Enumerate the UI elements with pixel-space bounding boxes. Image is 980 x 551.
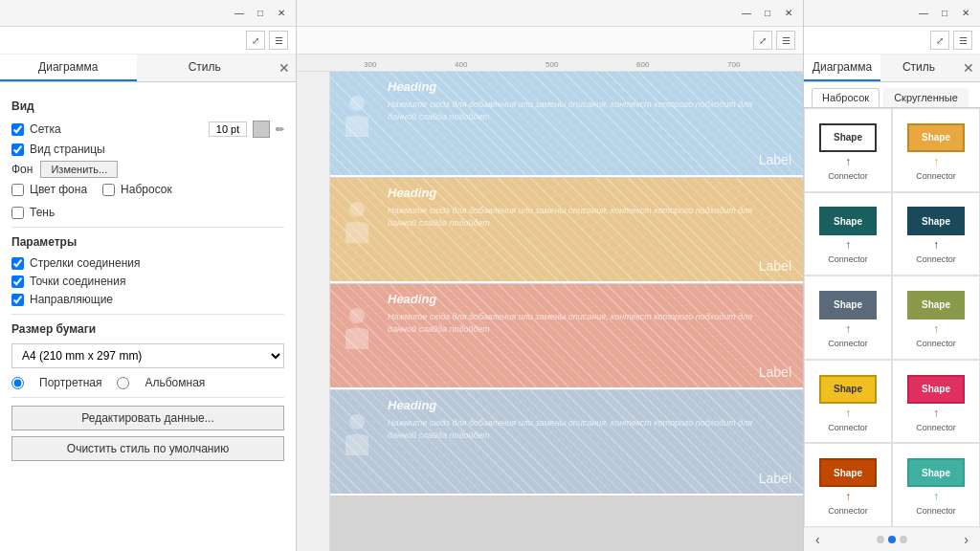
nabrosok-row: Набросок [102, 183, 172, 196]
tab-style[interactable]: Стиль [137, 55, 274, 81]
naprav-row: Направляющие [11, 293, 284, 306]
portrait-radio[interactable] [11, 377, 24, 389]
naprav-checkbox[interactable] [11, 294, 24, 306]
left-panel-tabs: Диаграмма Стиль ✕ [0, 55, 296, 82]
edit-data-button[interactable]: Редактировать данные... [11, 406, 284, 430]
shape-cell-3[interactable]: Shape ↑ Connector [892, 192, 980, 276]
right-tabs: Диаграмма Стиль ✕ [804, 55, 980, 82]
shape-box-2: Shape [819, 207, 877, 235]
shape-cell-5[interactable]: Shape ↑ Connector [892, 276, 980, 360]
clear-style-button[interactable]: Очистить стиль по умолчанию [11, 436, 284, 461]
canvas-maximize-button[interactable]: □ [761, 7, 774, 20]
shape-box-8: Shape [819, 458, 877, 487]
razmer-section-title: Размер бумаги [11, 322, 284, 336]
shape-cell-6[interactable]: Shape ↑ Connector [804, 360, 892, 444]
divider-2 [11, 314, 284, 315]
dot-2[interactable] [900, 536, 907, 543]
left-titlebar: — □ ✕ [0, 0, 296, 27]
ruler-mark-500: 500 [546, 60, 558, 71]
right-titlebar: — □ ✕ [804, 0, 980, 27]
grid-color-box[interactable] [253, 121, 270, 138]
naprav-label: Направляющие [30, 293, 284, 306]
diagram-card-1[interactable]: Heading Нажмите сюда для добавления или … [330, 178, 803, 283]
card-icon-3 [338, 409, 376, 457]
right-tab-diagram[interactable]: Диаграмма [804, 55, 880, 81]
dot-1[interactable] [888, 536, 896, 543]
connector-label-0: Connector [828, 171, 868, 181]
card-text-1: Нажмите сюда для добавления или замены о… [388, 205, 765, 229]
card-label-3: Label [759, 471, 791, 486]
left-panel: — □ ✕ ⤢ ☰ Диаграмма Стиль ✕ Вид Сетка ✏ … [0, 0, 297, 551]
right-minimize-button[interactable]: — [917, 7, 930, 20]
cvet-fona-checkbox[interactable] [11, 184, 24, 196]
shape-cell-4[interactable]: Shape ↑ Connector [804, 276, 892, 360]
shape-box-6: Shape [819, 375, 877, 404]
dot-0[interactable] [877, 536, 884, 543]
pencil-button[interactable]: ✏ [276, 123, 284, 136]
canvas-inner[interactable]: Heading Нажмите сюда для добавления или … [297, 72, 803, 551]
panel-close-button[interactable]: ✕ [273, 55, 296, 81]
connector-label-3: Connector [916, 254, 956, 264]
svg-point-1 [349, 202, 365, 217]
prev-page-button[interactable]: ‹ [812, 532, 824, 547]
card-heading-0: Heading [388, 79, 436, 94]
shape-cell-7[interactable]: Shape ↑ Connector [892, 360, 980, 444]
vid-section-title: Вид [11, 99, 284, 113]
diagram-card-0[interactable]: Heading Нажмите сюда для добавления или … [330, 72, 803, 177]
expand-icon[interactable]: ⤢ [246, 31, 265, 50]
ten-row: Тень [11, 206, 284, 219]
strelki-checkbox[interactable] [11, 257, 24, 270]
right-close-button[interactable]: ✕ [959, 7, 972, 20]
canvas-close-button[interactable]: ✕ [782, 7, 795, 20]
shape-box-5: Shape [907, 291, 965, 320]
shape-cell-8[interactable]: Shape ↑ Connector [804, 443, 892, 527]
nabrosok-label: Набросок [121, 183, 172, 196]
next-page-button[interactable]: › [960, 532, 972, 547]
close-button[interactable]: ✕ [275, 7, 288, 20]
right-tab-style[interactable]: Стиль [880, 55, 957, 81]
canvas-expand-icon[interactable]: ⤢ [753, 31, 772, 50]
landscape-radio[interactable] [117, 377, 129, 389]
shape-cell-9[interactable]: Shape ↑ Connector [892, 443, 980, 527]
izm-button[interactable]: Изменить... [40, 161, 118, 178]
right-expand-icon[interactable]: ⤢ [930, 31, 949, 50]
diagram-card-2[interactable]: Heading Нажмите сюда для добавления или … [330, 284, 803, 389]
nabrosok-checkbox[interactable] [102, 184, 115, 196]
shape-cell-2[interactable]: Shape ↑ Connector [804, 192, 892, 276]
canvas-menu-icon[interactable]: ☰ [776, 31, 795, 50]
grid-checkbox[interactable] [11, 123, 24, 136]
shape-box-0: Shape [819, 123, 877, 152]
canvas-titlebar: — □ ✕ [297, 0, 803, 27]
card-heading-3: Heading [388, 398, 436, 412]
maximize-button[interactable]: □ [254, 7, 267, 20]
ruler: 300 400 500 600 700 [297, 55, 803, 72]
tochki-checkbox[interactable] [11, 276, 24, 288]
menu-icon[interactable]: ☰ [269, 31, 288, 50]
right-panel-close[interactable]: ✕ [957, 55, 980, 81]
grid-size-input[interactable] [209, 121, 247, 137]
connector-label-5: Connector [916, 339, 956, 348]
right-menu-icon[interactable]: ☰ [953, 31, 972, 50]
ten-checkbox[interactable] [11, 207, 24, 219]
card-label-0: Label [759, 152, 791, 167]
card-text-3: Нажмите сюда для добавления или замены о… [388, 417, 765, 441]
right-subtab-skruglennye[interactable]: Скругленные [883, 88, 969, 107]
vid-stranicy-checkbox[interactable] [11, 143, 24, 156]
svg-point-0 [349, 96, 365, 111]
shape-box-1: Shape [907, 123, 965, 152]
minimize-button[interactable]: — [233, 7, 246, 20]
cvet-fona-label: Цвет фона [30, 183, 87, 196]
right-maximize-button[interactable]: □ [938, 7, 951, 20]
card-label-2: Label [759, 364, 791, 380]
diagram-card-3[interactable]: Heading Нажмите сюда для добавления или … [330, 390, 803, 496]
canvas-minimize-button[interactable]: — [740, 7, 753, 20]
paper-size-dropdown[interactable]: A4 (210 mm x 297 mm) [11, 343, 284, 368]
fon-row: Фон Изменить... [11, 161, 284, 178]
shape-cell-0[interactable]: Shape ↑ Connector [804, 108, 892, 192]
tab-diagram[interactable]: Диаграмма [0, 55, 137, 81]
strelki-label: Стрелки соединения [30, 256, 284, 270]
right-subtab-nabrosok[interactable]: Набросок [812, 88, 880, 107]
shape-cell-1[interactable]: Shape ↑ Connector [892, 108, 980, 192]
fon-label: Фон [11, 163, 33, 176]
shape-box-9: Shape [907, 458, 965, 487]
